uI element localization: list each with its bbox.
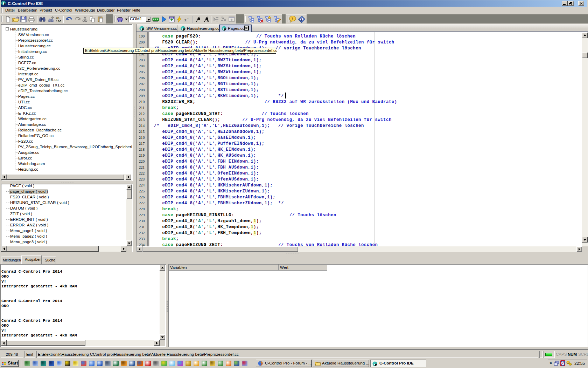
svg-text:?: ? xyxy=(292,16,294,21)
svg-text:ac: ac xyxy=(58,19,61,22)
svg-text:z: z xyxy=(187,16,189,20)
svg-text:i: i xyxy=(301,17,302,21)
svg-text:!: ! xyxy=(570,363,570,366)
svg-text:V: V xyxy=(562,362,564,365)
svg-text:z: z xyxy=(184,17,187,22)
